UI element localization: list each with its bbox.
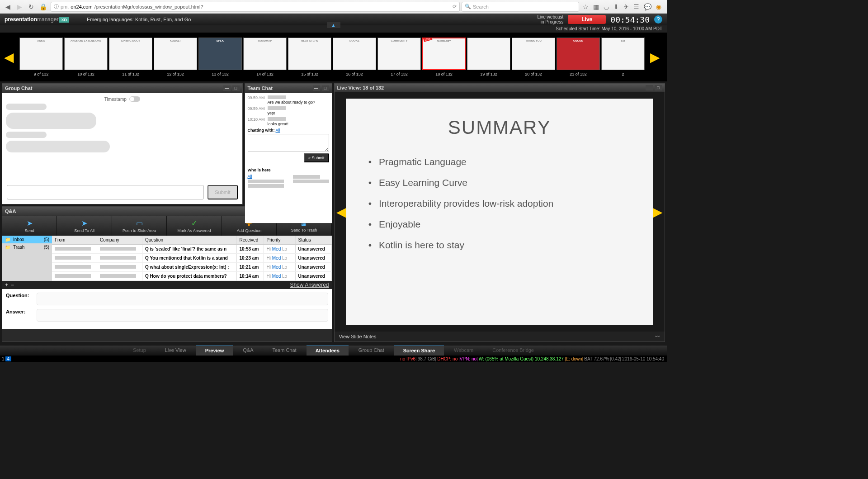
i3-status-bar: 1 4 no IPv6 |98.7 GiB| DHCP: no |VPN: no…	[0, 356, 667, 362]
qa-row[interactable]: Q You mentioned that Kotlin is a stand 1…	[52, 254, 332, 263]
maximize-icon[interactable]: □	[232, 85, 240, 91]
presentation-title: Emerging languages: Kotlin, Rust, Elm, a…	[87, 17, 191, 22]
col-received[interactable]: Received	[237, 236, 264, 244]
url-prefix: pm.	[61, 4, 69, 9]
slide-bullet: Enjoyable	[368, 219, 631, 230]
chat-icon[interactable]: 💬	[644, 3, 651, 10]
slide-thumb[interactable]: KOBALT 12 of 132	[154, 38, 197, 76]
collapse-strip-button[interactable]: ▲	[327, 22, 340, 28]
tab-team-chat[interactable]: Team Chat	[263, 346, 305, 356]
strip-next-button[interactable]: ▶	[646, 34, 664, 80]
tab-preview[interactable]: Preview	[196, 346, 233, 356]
who-all-link[interactable]: All	[248, 174, 252, 179]
tab-group-chat[interactable]: Group Chat	[349, 346, 393, 356]
slide-thumb[interactable]: COMMUNITY 17 of 132	[377, 38, 421, 76]
minus-button[interactable]: −	[11, 282, 14, 288]
reader-icon[interactable]: ⟳	[453, 4, 457, 9]
url-bar[interactable]: ⓘ pm.on24.com/presentationMgr/colossus_w…	[51, 2, 460, 12]
col-from[interactable]: From	[52, 236, 97, 244]
show-answered-link[interactable]: Show Answered	[290, 282, 329, 288]
forward-button[interactable]: ▶	[14, 1, 25, 12]
answer-input[interactable]	[37, 309, 328, 322]
help-icon[interactable]: ?	[654, 15, 662, 24]
question-input[interactable]	[37, 293, 328, 305]
qa-tool-push-to-slide-area[interactable]: ▭Push to Slide Area	[112, 216, 167, 236]
qa-folder-inbox[interactable]: 📁Inbox(5)	[2, 236, 52, 243]
slide-thumb[interactable]: Sta 2	[601, 38, 645, 76]
slide-thumb[interactable]: NEXT STEPS 15 of 132	[288, 38, 331, 76]
maximize-icon[interactable]: □	[655, 85, 662, 90]
folder-icon: 📁	[5, 237, 10, 242]
slide-thumb[interactable]: SPEK 13 of 132	[198, 38, 242, 76]
strip-prev-button[interactable]: ◀	[0, 34, 18, 80]
slide-thumb[interactable]: OSCON 21 of 132	[557, 38, 600, 76]
lock-icon: 🔒	[37, 1, 49, 12]
team-chat-submit[interactable]: » Submit	[304, 153, 329, 162]
qa-row[interactable]: Q is 'sealed' like 'final'? the same as …	[52, 245, 332, 254]
tab-webcam[interactable]: Webcam	[445, 346, 482, 356]
profile-icon[interactable]: ◉	[656, 3, 661, 10]
qa-tool-mark-as-answered[interactable]: ✓Mark As Answered	[167, 216, 222, 236]
tab-live-view[interactable]: Live View	[156, 346, 195, 356]
slide-thumb[interactable]: ANDROID EXTENSIONS 10 of 132	[64, 38, 108, 76]
qa-folder-trash[interactable]: 📁Trash(5)	[2, 243, 52, 251]
schedule-bar: ▲ Scheduled Start Time: May 10, 2016 - 1…	[0, 25, 667, 33]
qa-row[interactable]: Q How do you protect data members? 10:14…	[52, 272, 332, 281]
download-icon[interactable]: ⬇	[613, 3, 619, 10]
chat-bubble	[6, 113, 96, 129]
view-slide-notes-link[interactable]: View Slide Notes	[339, 334, 377, 339]
timestamp-toggle[interactable]	[129, 96, 140, 102]
slide-thumb[interactable]: THANK YOU 20 of 132	[512, 38, 555, 76]
next-slide-button[interactable]: ▶	[653, 204, 663, 219]
col-company[interactable]: Company	[97, 236, 142, 244]
info-icon[interactable]: ⓘ	[54, 3, 59, 10]
group-chat-submit[interactable]: Submit	[208, 185, 237, 199]
tab-setup[interactable]: Setup	[124, 346, 155, 356]
current-slide: SUMMARY Pragmatic LanguageEasy Learning …	[346, 99, 653, 325]
reload-button[interactable]: ↻	[25, 1, 37, 12]
live-view-title: Live View: 18 of 132	[337, 85, 384, 90]
group-chat-input[interactable]	[7, 185, 204, 199]
slide-thumb[interactable]: ROADMAP 14 of 132	[243, 38, 287, 76]
slide-thumb[interactable]: SPRING BOOT 11 of 132	[109, 38, 152, 76]
qa-folder-list: 📁Inbox(5) 📁Trash(5)	[2, 236, 52, 281]
maximize-icon[interactable]: □	[322, 85, 329, 91]
qa-tool-send-to-all[interactable]: ➤Send To All	[57, 216, 112, 236]
back-button[interactable]: ◀	[2, 1, 14, 12]
slide-thumb[interactable]: BOOKS 16 of 132	[333, 38, 376, 76]
slide-thumb[interactable]: ANKO 9 of 132	[19, 38, 63, 76]
bookmark-icon[interactable]: ☆	[583, 3, 589, 10]
url-domain: on24.com	[71, 4, 92, 9]
minimize-icon[interactable]: —	[646, 85, 653, 90]
slide-thumb[interactable]: LIVE SUMMARY 18 of 132	[422, 38, 466, 76]
answer-label: Answer:	[6, 309, 33, 322]
team-chat-input[interactable]	[248, 134, 329, 152]
tab-q&a[interactable]: Q&A	[234, 346, 262, 356]
who-is-here-label: Who is here	[248, 168, 329, 172]
qa-tool-send[interactable]: ➤Send	[2, 216, 57, 236]
send-icon[interactable]: ✈	[623, 3, 629, 10]
search-input[interactable]: 🔍 Search	[462, 2, 579, 12]
col-question[interactable]: Question	[142, 236, 237, 244]
live-button[interactable]: Live	[568, 15, 606, 24]
minimize-icon[interactable]: —	[313, 85, 320, 91]
tab-attendees[interactable]: Attendees	[307, 346, 349, 356]
slide-thumb[interactable]: 19 of 132	[467, 38, 510, 76]
qa-row[interactable]: Q what about singleExpression(x: Int) : …	[52, 263, 332, 272]
bottom-tab-bar: SetupLive ViewPreviewQ&ATeam ChatAttende…	[0, 346, 667, 356]
qa-panel: Q&A — □ ➤Send ➤Send To All ▭Push to Slid…	[2, 206, 332, 342]
col-status[interactable]: Status	[296, 236, 332, 244]
question-label: Question:	[6, 293, 33, 305]
pocket-icon[interactable]: ▦	[593, 3, 599, 10]
tab-conference-bridge[interactable]: Conference Bridge	[483, 346, 543, 356]
qa-title: Q&A	[5, 209, 16, 214]
prev-slide-button[interactable]: ◀	[336, 204, 346, 219]
chatting-with-link[interactable]: All	[276, 128, 280, 133]
save-icon[interactable]: ◡	[604, 3, 609, 10]
minimize-icon[interactable]: —	[223, 85, 231, 91]
col-priority[interactable]: Priority	[264, 236, 296, 244]
timer: 00:54:30	[610, 15, 650, 24]
tab-screen-share[interactable]: Screen Share	[394, 346, 444, 356]
plus-button[interactable]: +	[5, 282, 8, 288]
menu-icon[interactable]: ☰	[633, 3, 639, 10]
